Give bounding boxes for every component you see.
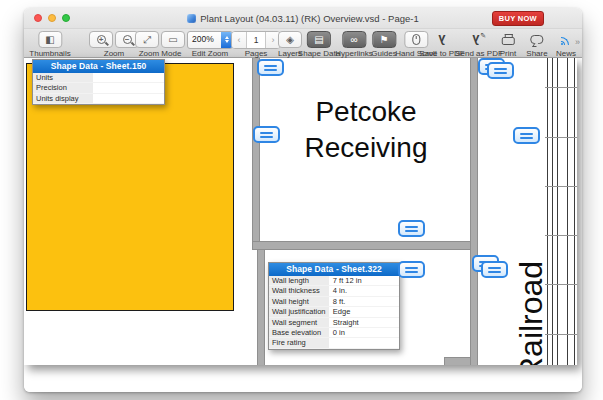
popup-row-label: Wall thickness [269,286,329,295]
share-button[interactable] [530,31,543,48]
app-window: Plant Layout (04.03.11) (RK) Overview.vs… [24,8,582,392]
popup-row-label: Wall justification [269,307,329,316]
popup-row-value: 7 ft 12 in [329,276,399,285]
popup-row-value: 0 in [329,328,399,337]
popup-row-value: Edge [329,307,399,316]
popup-row-value: 8 ft. [329,297,399,306]
railroad-track-tie [545,186,577,187]
toolbar-overflow-chevron[interactable]: » [575,37,580,47]
zoom-label: Zoom [104,49,124,58]
zoom-in-button[interactable]: + [89,31,113,48]
wall-shape[interactable] [444,357,471,365]
save-pdf-button[interactable]: λ [438,31,445,48]
popup-row-value [329,338,399,347]
hyperlinks-button[interactable]: ∞ [342,31,366,48]
toolbar-item-zoom: + − Zoom [89,31,139,58]
railroad-track-line [574,58,575,365]
toolbar-item-guides: ⚑ Guides [371,31,396,58]
print-button[interactable] [501,31,514,48]
hyperlink-badge-icon[interactable] [487,62,514,79]
print-icon [501,37,514,45]
shape-data-label: Shape Data [298,49,340,58]
popup-title: Shape Data - Sheet.322 [269,263,399,276]
send-pdf-label: Send as PDF [455,49,503,58]
zoom-out-icon: − [123,35,132,44]
guides-label: Guides [371,49,396,58]
send-pdf-icon: λ [472,33,479,46]
zoom-fit-button[interactable]: ⤢ [135,31,159,48]
hyperlinks-icon: ∞ [350,34,357,45]
page-navigator: ‹ 1 › [231,31,281,49]
railroad-label: Railroad [514,261,548,365]
railroad-track-tie [545,235,577,236]
toolbar-item-print: Print [500,31,516,58]
zoom-actual-button[interactable]: ▭ [161,31,185,48]
buy-now-button[interactable]: BUY NOW [492,11,544,26]
drawing-page: Petcoke Receiving Railroad [24,58,577,365]
edit-zoom-label: Edit Zoom [192,49,228,58]
titlebar: Plant Layout (04.03.11) (RK) Overview.vs… [24,8,582,29]
railroad-track-line [552,58,553,365]
zoom-window-button[interactable] [62,14,70,22]
layers-icon: ◈ [286,34,294,45]
thumbnails-button[interactable]: ◧ [38,31,62,48]
railroad-track-tie [545,87,577,88]
edit-zoom-combo[interactable]: 200% [187,31,233,49]
hyperlink-badge-icon[interactable] [257,59,284,76]
hyperlinks-label: Hyperlinks [335,49,372,58]
popup-title: Shape Data - Sheet.150 [33,60,164,73]
popup-row-value [93,73,164,82]
previous-page-button[interactable]: ‹ [232,32,246,48]
shape-data-popup-sheet322: Shape Data - Sheet.322 Wall length7 ft 1… [268,262,400,350]
hyperlink-badge-icon[interactable] [398,220,425,237]
railroad-track-tie [545,284,577,285]
wall-shape[interactable] [252,241,478,250]
hyperlink-badge-icon[interactable] [253,126,280,143]
popup-row-value [93,83,164,92]
shape-data-button[interactable]: ▤ [307,31,331,48]
save-pdf-icon: λ [438,33,445,46]
hyperlink-badge-icon[interactable] [481,261,508,278]
toolbar-item-edit-zoom: 200% Edit Zoom [187,31,233,58]
popup-row-value [93,94,164,103]
current-page-number: 1 [246,32,266,48]
toolbar-item-news: News [556,31,576,58]
railroad-track-tie [545,334,577,335]
hyperlink-badge-icon[interactable] [513,127,540,144]
popup-row-value: Straight [329,318,399,327]
toolbar-item-hyperlinks: ∞ Hyperlinks [335,31,372,58]
close-button[interactable] [34,14,42,22]
popup-row-label: Units display [33,94,93,103]
news-label: News [556,49,576,58]
guides-button[interactable]: ⚑ [372,31,396,48]
send-pdf-pen-icon: ✎ [480,32,486,40]
guides-icon: ⚑ [380,34,389,45]
wall-shape[interactable] [257,249,265,365]
thumbnails-label: Thumbnails [29,49,70,58]
toolbar-item-thumbnails: ◧ Thumbnails [29,31,70,58]
toolbar-item-shape-data: ▤ Shape Data [298,31,340,58]
popup-row-label: Base elevation [269,328,329,337]
drawing-canvas: Petcoke Receiving Railroad [24,58,582,392]
zoom-mode-label: Zoom Mode [139,49,182,58]
popup-row-label: Wall length [269,276,329,285]
shape-data-popup-sheet150: Shape Data - Sheet.150 Units Precision U… [32,59,165,105]
send-pdf-button[interactable]: λ✎ [472,31,486,48]
minimize-button[interactable] [48,14,56,22]
shape-data-icon: ▤ [314,34,323,45]
document-icon [187,14,196,23]
popup-row-label: Units [33,73,93,82]
news-button[interactable] [560,31,572,48]
pages-label: Pages [245,49,268,58]
railroad-track-tie [545,137,577,138]
toolbar: ◧ Thumbnails + − Zoom ⤢ ▭ Zoom Mode [24,29,582,58]
popup-row-label: Wall segment [269,318,329,327]
share-label: Share [526,49,547,58]
toolbar-item-zoom-mode: ⤢ ▭ Zoom Mode [135,31,185,58]
railroad-track-line [557,58,558,365]
wall-shape[interactable] [252,58,260,247]
share-icon [530,35,543,44]
toolbar-item-pages: ‹ 1 › Pages [231,31,281,58]
desktop-background: Plant Layout (04.03.11) (RK) Overview.vs… [0,0,603,400]
hyperlink-badge-icon[interactable] [398,261,425,278]
